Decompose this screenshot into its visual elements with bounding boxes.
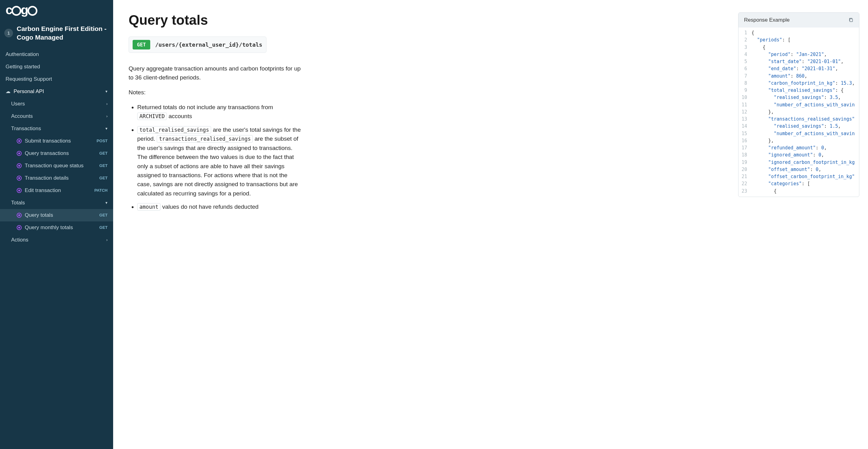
line-content: "ignored_amount": 0, bbox=[751, 152, 824, 159]
chevron-down-icon: ▾ bbox=[105, 200, 107, 205]
line-number: 23 bbox=[739, 188, 751, 195]
code-line: 11 "number_of_actions_with_savin bbox=[739, 101, 859, 109]
logo: cg bbox=[0, 3, 113, 21]
notes-label: Notes: bbox=[129, 89, 723, 96]
line-number: 3 bbox=[739, 44, 751, 51]
chevron-right-icon: › bbox=[106, 114, 107, 118]
nav-endpoint-totals-1[interactable]: Query monthly totalsGET bbox=[0, 221, 113, 234]
line-content: }, bbox=[751, 109, 774, 116]
nav-endpoint-transactions-3[interactable]: Transaction detailsGET bbox=[0, 172, 113, 184]
content-area: Query totals GET /users/{external_user_i… bbox=[113, 0, 738, 449]
code-line: 8 "carbon_footprint_in_kg": 15.3, bbox=[739, 80, 859, 87]
note-text: Returned totals do not include any trans… bbox=[137, 104, 273, 110]
endpoint-icon bbox=[17, 151, 22, 156]
note-text: are the subset of the user's savings tha… bbox=[137, 136, 298, 197]
line-content: "periods": [ bbox=[751, 36, 790, 43]
line-number: 12 bbox=[739, 109, 751, 116]
method-badge: GET bbox=[99, 225, 107, 230]
nav-endpoint-transactions-0[interactable]: Submit transactionsPOST bbox=[0, 135, 113, 147]
nav-endpoint-transactions-1[interactable]: Query transactionsGET bbox=[0, 147, 113, 159]
code-line: 13 "transactions_realised_savings" bbox=[739, 116, 859, 123]
notes-list: Returned totals do not include any trans… bbox=[129, 103, 302, 211]
inline-code: total_realised_savings bbox=[137, 126, 211, 133]
response-header: Response Example bbox=[739, 13, 859, 28]
nav-accounts[interactable]: Accounts › bbox=[0, 110, 113, 122]
endpoint-icon bbox=[17, 176, 22, 181]
response-header-label: Response Example bbox=[744, 17, 789, 23]
line-number: 9 bbox=[739, 87, 751, 94]
nav-label: Getting started bbox=[6, 64, 40, 70]
code-line: 6 "end_date": "2021-01-31", bbox=[739, 65, 859, 72]
code-line: 7 "amount": 860, bbox=[739, 73, 859, 80]
line-content: "categories": [ bbox=[751, 180, 810, 187]
note-item: Returned totals do not include any trans… bbox=[137, 103, 302, 121]
nav-requesting-support[interactable]: Requesting Support bbox=[0, 73, 113, 85]
code-line: 19 "ignored_carbon_footprint_in_kg bbox=[739, 159, 859, 166]
method-pill: GET bbox=[133, 40, 150, 50]
nav-section-personal-api[interactable]: ☁Personal API ▾ bbox=[0, 85, 113, 98]
note-item: total_realised_savings are the user's to… bbox=[137, 125, 302, 198]
line-content: "number_of_actions_with_savin bbox=[751, 101, 855, 109]
nav-endpoint-totals-0[interactable]: Query totalsGET bbox=[0, 209, 113, 221]
endpoint-box: GET /users/{external_user_id}/totals bbox=[129, 36, 267, 53]
line-content: "period": "Jan-2021", bbox=[751, 51, 827, 58]
code-line: 16 }, bbox=[739, 137, 859, 144]
line-number: 6 bbox=[739, 65, 751, 72]
code-line: 22 "categories": [ bbox=[739, 180, 859, 187]
nav-getting-started[interactable]: Getting started bbox=[0, 61, 113, 73]
method-badge: GET bbox=[99, 163, 107, 168]
line-number: 13 bbox=[739, 116, 751, 123]
line-number: 7 bbox=[739, 73, 751, 80]
line-number: 4 bbox=[739, 51, 751, 58]
line-number: 8 bbox=[739, 80, 751, 87]
nav-label: Query monthly totals bbox=[25, 224, 73, 231]
nav-label: Personal API bbox=[13, 88, 44, 95]
line-number: 22 bbox=[739, 180, 751, 187]
nav-transactions[interactable]: Transactions ▾ bbox=[0, 122, 113, 135]
nav-authentication[interactable]: Authentication bbox=[0, 48, 113, 61]
chevron-down-icon: ▾ bbox=[105, 126, 107, 131]
code-line: 4 "period": "Jan-2021", bbox=[739, 51, 859, 58]
line-content: "refunded_amount": 0, bbox=[751, 144, 827, 152]
code-line: 1{ bbox=[739, 29, 859, 36]
code-line: 15 "number_of_actions_with_savin bbox=[739, 130, 859, 137]
line-content: "transactions_realised_savings" bbox=[751, 116, 855, 123]
nav-label: Submit transactions bbox=[25, 138, 71, 144]
method-badge: PATCH bbox=[94, 188, 107, 193]
nav-label: Requesting Support bbox=[6, 76, 52, 82]
note-text: accounts bbox=[167, 113, 192, 119]
code-line: 23 { bbox=[739, 188, 859, 195]
nav-label: Authentication bbox=[6, 51, 39, 58]
code-line: 12 }, bbox=[739, 109, 859, 116]
main-content: Query totals GET /users/{external_user_i… bbox=[113, 0, 868, 449]
page-title: Query totals bbox=[129, 12, 723, 28]
response-card: Response Example 1{2 "periods": [3 {4 "p… bbox=[738, 12, 859, 197]
nav-label: Query transactions bbox=[25, 150, 69, 156]
logo-dot-icon bbox=[11, 6, 21, 16]
line-content: { bbox=[751, 188, 776, 195]
nav-label: Totals bbox=[11, 200, 25, 206]
line-content: "start_date": "2021-01-01", bbox=[751, 58, 844, 65]
code-line: 18 "ignored_amount": 0, bbox=[739, 152, 859, 159]
nav-label: Transactions bbox=[11, 125, 41, 132]
copy-icon[interactable] bbox=[848, 18, 854, 23]
endpoint-icon bbox=[17, 213, 22, 218]
nav-label: Accounts bbox=[11, 113, 33, 119]
svg-rect-0 bbox=[850, 19, 852, 22]
line-number: 11 bbox=[739, 101, 751, 109]
nav-label: Query totals bbox=[25, 212, 53, 218]
env-name: Carbon Engine First Edition - Cogo Manag… bbox=[17, 24, 109, 42]
nav-label: Edit transaction bbox=[25, 187, 61, 193]
nav-actions[interactable]: Actions › bbox=[0, 234, 113, 246]
nav-users[interactable]: Users › bbox=[0, 98, 113, 110]
nav-endpoint-transactions-4[interactable]: Edit transactionPATCH bbox=[0, 184, 113, 197]
line-content: }, bbox=[751, 137, 774, 144]
line-content: { bbox=[751, 29, 754, 36]
endpoint-icon bbox=[17, 163, 22, 168]
nav-totals[interactable]: Totals ▾ bbox=[0, 197, 113, 209]
logo-dot-icon bbox=[28, 6, 37, 16]
nav-endpoint-transactions-2[interactable]: Transaction queue statusGET bbox=[0, 159, 113, 172]
endpoint-icon bbox=[17, 225, 22, 230]
environment-selector[interactable]: 1 Carbon Engine First Edition - Cogo Man… bbox=[0, 21, 113, 48]
method-badge: POST bbox=[97, 139, 107, 143]
